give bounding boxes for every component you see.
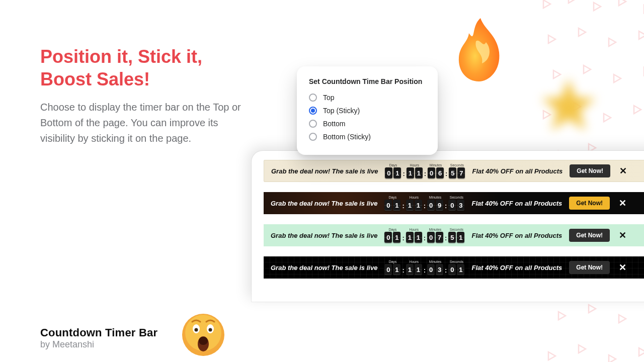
hero-description: Choose to display the timer bar on the T…: [40, 100, 252, 146]
position-option-bottom-sticky[interactable]: Bottom (Sticky): [309, 131, 426, 143]
radio-label: Top (Sticky): [323, 107, 360, 115]
bar-offer-text: Flat 40% OFF on all Products: [471, 232, 562, 239]
radio-label: Bottom (Sticky): [323, 133, 371, 141]
svg-point-7: [199, 337, 208, 345]
radio-label: Bottom: [323, 120, 345, 128]
cta-button[interactable]: Get Now!: [569, 229, 610, 242]
radio-icon: [309, 133, 317, 141]
timer-bar-preview-3: Grab the deal now! The sale is liveDays0…: [264, 224, 644, 246]
timer-bar-preview-2: Grab the deal now! The sale is liveDays0…: [264, 192, 644, 214]
svg-point-4: [195, 328, 198, 332]
countdown-timer: Days01:Hours11:Minutes07:Seconds51: [384, 228, 464, 243]
radio-label: Top: [323, 94, 335, 102]
brand-block: Countdown Timer Bar by Meetanshi: [40, 326, 157, 350]
brand-name: Countdown Timer Bar: [40, 326, 157, 339]
position-settings-card: Set Countdown Time Bar Position TopTop (…: [297, 66, 438, 155]
position-option-top[interactable]: Top: [309, 92, 426, 104]
bar-offer-text: Flat 40% OFF on all Products: [471, 264, 562, 272]
position-option-top-sticky[interactable]: Top (Sticky): [309, 105, 426, 117]
bar-message: Grab the deal now! The sale is live: [271, 264, 377, 272]
countdown-timer: Days01:Hours11:Minutes03:Seconds01: [384, 260, 464, 275]
brand-byline: by Meetanshi: [40, 339, 157, 350]
cta-button[interactable]: Get Now!: [569, 197, 610, 210]
bar-message: Grab the deal now! The sale is live: [271, 167, 378, 175]
radio-icon: [309, 94, 317, 102]
close-icon[interactable]: ✕: [617, 262, 630, 273]
svg-point-5: [209, 328, 212, 332]
countdown-timer: Days01:Hours11:Minutes09:Seconds03: [384, 196, 464, 211]
close-icon[interactable]: ✕: [617, 230, 630, 241]
star-blur-icon: [538, 75, 599, 136]
bar-offer-text: Flat 40% OFF on all Products: [471, 200, 562, 207]
cta-button[interactable]: Get Now!: [569, 261, 610, 274]
fire-icon: [453, 14, 508, 84]
cta-button[interactable]: Get Now!: [570, 164, 610, 177]
close-icon[interactable]: ✕: [617, 165, 631, 176]
bar-offer-text: Flat 40% OFF on all Products: [472, 167, 562, 175]
hero-title: Position it, Stick it, Boost Sales!: [40, 45, 252, 90]
timer-bar-preview-4: Grab the deal now! The sale is liveDays0…: [264, 256, 644, 279]
radio-icon: [309, 107, 317, 115]
timer-bar-preview-panel: Grab the deal now! The sale is liveDays0…: [252, 151, 644, 302]
bar-message: Grab the deal now! The sale is live: [271, 232, 377, 239]
countdown-timer: Days01:Hours11:Minutes06:Seconds57: [385, 163, 465, 178]
timer-bar-preview-1: Grab the deal now! The sale is liveDays0…: [264, 160, 644, 182]
settings-title: Set Countdown Time Bar Position: [309, 77, 426, 85]
wow-emoji-icon: [181, 313, 225, 357]
radio-icon: [309, 120, 317, 128]
bar-message: Grab the deal now! The sale is live: [271, 200, 377, 207]
close-icon[interactable]: ✕: [617, 198, 630, 209]
position-option-bottom[interactable]: Bottom: [309, 118, 426, 130]
